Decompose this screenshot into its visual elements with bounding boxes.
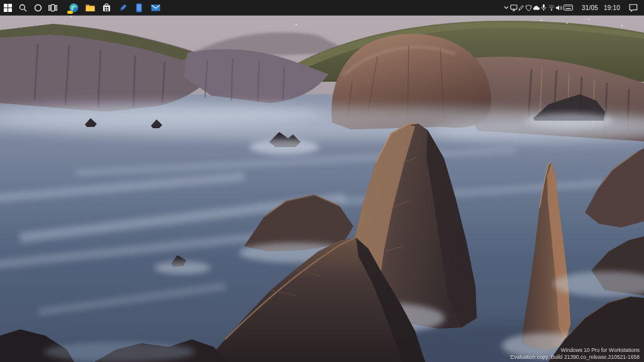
search-button[interactable] (15, 0, 30, 15)
action-center-button[interactable] (626, 0, 640, 15)
tray-monitor-button[interactable] (510, 0, 518, 15)
cortana-button[interactable] (30, 0, 45, 15)
hidden-icons-chevron-icon (503, 4, 509, 11)
clock-date: 31/05 (582, 4, 598, 11)
start-icon (4, 4, 12, 12)
hidden-icons-button[interactable] (502, 0, 510, 15)
pen-app-button[interactable] (114, 0, 131, 15)
system-tray (502, 0, 574, 15)
task-view-icon (48, 4, 57, 12)
volume-icon (555, 4, 563, 11)
your-phone-icon (136, 3, 142, 13)
microsoft-store-app-button[interactable] (98, 0, 114, 15)
touch-keyboard-icon (564, 4, 573, 11)
mail-icon (151, 4, 160, 11)
desktop-screen: Windows 10 Pro for Workstations Evaluati… (0, 0, 644, 362)
taskbar: 31/05 19:10 (0, 0, 644, 15)
monitor-icon (510, 4, 518, 11)
file-explorer-icon (86, 4, 95, 12)
tray-onedrive-button[interactable] (533, 0, 540, 15)
tray-pen-button[interactable] (518, 0, 525, 15)
tray-microphone-button[interactable] (540, 0, 548, 15)
tray-volume-button[interactable] (555, 0, 563, 15)
mail-app-button[interactable] (147, 0, 164, 15)
cortana-icon (34, 4, 42, 12)
wifi-icon (548, 4, 555, 11)
taskbar-pinned-apps (65, 0, 164, 15)
taskbar-clock[interactable]: 31/05 19:10 (578, 0, 626, 15)
microsoft-store-icon (103, 3, 111, 12)
desktop-surface[interactable] (0, 0, 644, 362)
tray-keyboard-button[interactable] (563, 0, 574, 15)
edge-channel-badge (67, 11, 73, 14)
action-center-icon (629, 4, 638, 12)
tray-network-button[interactable] (548, 0, 555, 15)
tray-security-button[interactable] (525, 0, 533, 15)
onedrive-cloud-icon (533, 5, 540, 11)
your-phone-app-button[interactable] (131, 0, 147, 15)
wallpaper-image (0, 0, 644, 362)
pen-app-icon (118, 3, 128, 13)
task-view-button[interactable] (45, 0, 60, 15)
start-button[interactable] (0, 0, 15, 15)
taskbar-left-group (0, 0, 60, 15)
search-icon (19, 4, 27, 12)
microphone-icon (541, 4, 547, 11)
pen-tray-icon (518, 4, 525, 11)
clock-time: 19:10 (604, 4, 620, 11)
windows-security-shield-icon (525, 4, 532, 11)
file-explorer-app-button[interactable] (82, 0, 98, 15)
edge-dev-icon (69, 3, 79, 13)
edge-dev-app-button[interactable] (65, 0, 82, 15)
